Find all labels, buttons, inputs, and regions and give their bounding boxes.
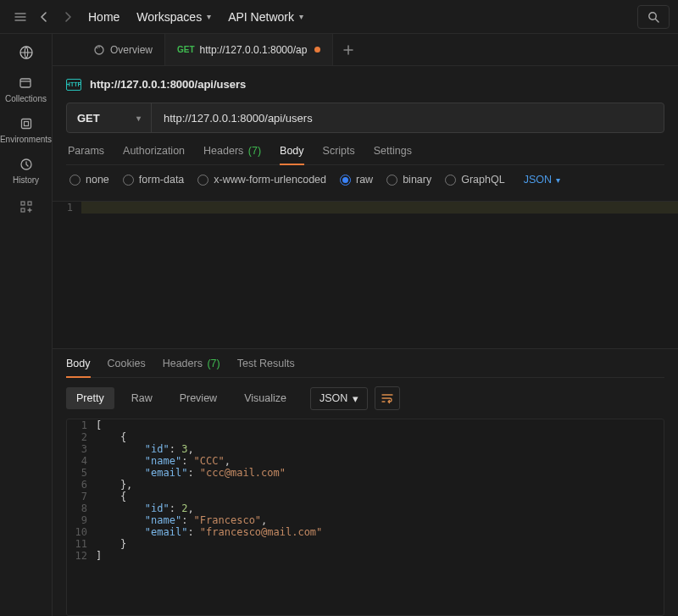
resp-tab-test-results[interactable]: Test Results: [237, 358, 295, 377]
nav-workspaces[interactable]: Workspaces ▾: [128, 10, 220, 24]
sidebar-history[interactable]: History: [13, 156, 39, 185]
nav-api-network-label: API Network: [228, 10, 294, 24]
sidebar-add-panel[interactable]: [18, 197, 35, 217]
chevron-down-icon: ▾: [136, 114, 141, 123]
nav-home-label: Home: [88, 10, 119, 24]
svg-rect-7: [21, 208, 25, 212]
sidebar-environments[interactable]: Environments: [0, 115, 52, 144]
nav-back-button[interactable]: [32, 5, 56, 29]
body-type-form-data[interactable]: form-data: [123, 174, 185, 186]
code-line: {: [96, 431, 664, 443]
nav-workspaces-label: Workspaces: [136, 10, 202, 24]
history-icon: [18, 156, 35, 173]
view-raw[interactable]: Raw: [121, 387, 163, 409]
body-type-raw-label: raw: [356, 174, 373, 186]
tab-request-label: http://127.0.0.1:8000/ap: [200, 44, 308, 56]
line-number: 2: [67, 431, 96, 443]
radio-icon: [340, 175, 351, 186]
svg-point-0: [649, 12, 656, 19]
nav-forward-button[interactable]: [56, 5, 80, 29]
body-type-none-label: none: [86, 174, 109, 186]
radio-icon: [123, 175, 134, 186]
view-preview[interactable]: Preview: [170, 387, 227, 409]
resp-tab-cookies[interactable]: Cookies: [108, 358, 146, 377]
body-type-binary-label: binary: [403, 174, 431, 186]
wrap-lines-button[interactable]: [375, 386, 400, 410]
chevron-down-icon: ▾: [353, 392, 358, 405]
top-nav-bar: Home Workspaces ▾ API Network ▾: [0, 0, 678, 34]
subtab-params[interactable]: Params: [68, 145, 104, 164]
svg-rect-8: [28, 202, 31, 205]
body-type-raw[interactable]: raw: [340, 174, 373, 186]
nav-home[interactable]: Home: [80, 10, 128, 24]
svg-rect-2: [20, 79, 31, 87]
line-number: 11: [67, 538, 96, 550]
resp-tab-body[interactable]: Body: [66, 358, 91, 377]
response-format-select[interactable]: JSON ▾: [310, 387, 368, 410]
collections-icon: [17, 75, 34, 92]
nav-api-network[interactable]: API Network ▾: [220, 10, 312, 24]
subtab-headers-count: (7): [248, 145, 261, 157]
body-format-label: JSON: [524, 174, 552, 186]
subtab-body[interactable]: Body: [280, 145, 304, 164]
tab-overview[interactable]: Overview: [81, 34, 165, 65]
tab-request[interactable]: GET http://127.0.0.1:8000/ap: [165, 34, 333, 65]
radio-icon: [197, 175, 208, 186]
chevron-down-icon: ▾: [299, 12, 303, 21]
code-line: "name": "CCC",: [96, 455, 664, 467]
tab-method-badge: GET: [177, 45, 195, 54]
radio-icon: [445, 175, 456, 186]
body-type-urlencoded[interactable]: x-www-form-urlencoded: [197, 174, 326, 186]
response-toolbar: Pretty Raw Preview Visualize JSON ▾: [66, 378, 664, 419]
line-number: 12: [67, 550, 96, 562]
url-input[interactable]: [152, 103, 664, 132]
http-icon: HTTP: [66, 79, 81, 91]
sidebar-environments-label: Environments: [0, 135, 52, 144]
subtab-headers[interactable]: Headers (7): [203, 145, 261, 164]
body-type-graphql-label: GraphQL: [461, 174, 504, 186]
subtab-authorization[interactable]: Authorization: [123, 145, 185, 164]
code-line: "name": "Francesco",: [96, 514, 664, 526]
line-number: 5: [67, 467, 96, 479]
request-area: HTTP http://127.0.0.1:8000/api/users GET…: [53, 66, 678, 201]
view-pretty[interactable]: Pretty: [66, 387, 114, 409]
left-sidebar: Collections Environments History: [0, 34, 53, 616]
resp-tab-body-label: Body: [66, 358, 91, 369]
sidebar-collections[interactable]: Collections: [5, 75, 47, 103]
line-number: 1: [67, 419, 96, 431]
code-line: "id": 2,: [96, 502, 664, 514]
search-icon: [647, 11, 659, 23]
radio-icon: [69, 175, 81, 186]
code-line: [: [96, 419, 664, 431]
body-type-binary[interactable]: binary: [386, 174, 431, 186]
view-visualize[interactable]: Visualize: [234, 387, 297, 409]
subtab-headers-label: Headers: [203, 145, 243, 157]
line-number: 9: [67, 514, 96, 526]
tab-overview-label: Overview: [110, 44, 153, 56]
body-format-select[interactable]: JSON ▾: [524, 174, 560, 186]
body-type-form-data-label: form-data: [139, 174, 185, 186]
resp-tab-headers[interactable]: Headers (7): [163, 358, 220, 377]
body-type-none[interactable]: none: [69, 174, 109, 186]
code-line: "email": "francesco@mail.com": [96, 526, 664, 538]
svg-rect-3: [21, 119, 31, 129]
wrap-icon: [381, 392, 394, 404]
method-select[interactable]: GET ▾: [67, 103, 152, 132]
environments-icon: [18, 115, 35, 132]
code-line: },: [96, 479, 664, 491]
line-number: 4: [67, 455, 96, 467]
hamburger-icon[interactable]: [8, 5, 32, 29]
request-body-editor[interactable]: 1: [53, 201, 678, 348]
subtab-scripts[interactable]: Scripts: [323, 145, 355, 164]
response-tabs: Body Cookies Headers (7) Test Results: [66, 358, 664, 378]
overview-icon: [93, 44, 105, 56]
sidebar-globe[interactable]: [18, 42, 35, 63]
subtab-settings[interactable]: Settings: [374, 145, 412, 164]
svg-rect-6: [21, 202, 25, 205]
response-body-editor[interactable]: 1[2 {3 "id": 3,4 "name": "CCC",5 "email"…: [66, 419, 664, 616]
add-tab-button[interactable]: [333, 34, 364, 65]
request-title: http://127.0.0.1:8000/api/users: [90, 78, 246, 91]
body-type-graphql[interactable]: GraphQL: [445, 174, 504, 186]
search-button[interactable]: [637, 5, 670, 29]
line-number: 3: [67, 443, 96, 455]
